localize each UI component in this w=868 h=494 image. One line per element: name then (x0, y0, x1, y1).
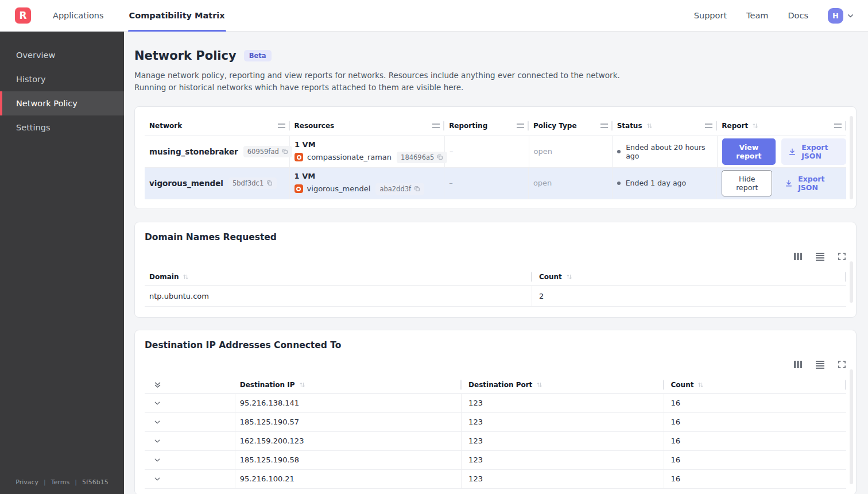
view-report-button[interactable]: View report (722, 138, 776, 165)
fullscreen-icon[interactable] (838, 360, 846, 369)
sort-icon[interactable] (752, 122, 758, 129)
column-label: Network (149, 122, 182, 130)
resources-cell: 1 VM compassionate_raman 184696a5 (290, 136, 445, 167)
row-expand-chevron-icon[interactable] (145, 394, 235, 412)
vertical-scrollbar[interactable] (850, 369, 853, 484)
sort-icon[interactable] (183, 273, 189, 280)
row-density-icon[interactable] (815, 252, 825, 261)
column-header-count[interactable]: Count (664, 377, 846, 393)
fullscreen-icon[interactable] (838, 252, 846, 261)
network-id-badge[interactable]: 60959fad (243, 146, 292, 157)
vertical-scrollbar[interactable] (850, 116, 853, 199)
row-expand-chevron-icon[interactable] (145, 413, 235, 431)
columns-view-icon[interactable] (793, 360, 803, 369)
column-header-status[interactable]: Status (613, 116, 718, 136)
destination-row[interactable]: 95.216.138.141 123 16 (145, 394, 846, 413)
column-resize-handle-icon[interactable] (432, 124, 440, 128)
column-resize-handle-icon[interactable] (278, 124, 285, 128)
policy-type-cell: open (529, 168, 613, 199)
chevron-down-icon (847, 12, 854, 20)
tab-applications[interactable]: Applications (52, 0, 105, 32)
sidebar-item-history[interactable]: History (0, 67, 124, 91)
sort-icon[interactable] (299, 381, 305, 388)
export-json-label: Export JSON (801, 143, 839, 160)
column-resize-handle-icon[interactable] (600, 124, 608, 128)
column-header-domain[interactable]: Domain (145, 269, 532, 285)
status-dot-icon (617, 182, 621, 185)
copy-icon[interactable] (437, 154, 443, 160)
terms-link[interactable]: Terms (51, 478, 69, 486)
column-label: Count (671, 381, 694, 389)
nav-link-support[interactable]: Support (694, 11, 727, 20)
export-json-label: Export JSON (798, 175, 839, 192)
row-expand-chevron-icon[interactable] (145, 451, 235, 469)
nav-link-team[interactable]: Team (746, 11, 768, 20)
domain-cell: ntp.ubuntu.com (145, 286, 532, 306)
top-navbar: R Applications Compatibility Matrix Supp… (0, 0, 868, 32)
main-content: Network Policy Beta Manage network polic… (124, 32, 868, 494)
status-dot-icon (617, 150, 621, 153)
copy-icon[interactable] (414, 186, 420, 192)
destination-row[interactable]: 185.125.190.57 123 16 (145, 413, 846, 432)
expand-all-icon[interactable] (145, 377, 235, 393)
ubuntu-os-icon (294, 184, 303, 193)
column-resize-handle-icon[interactable] (705, 124, 712, 128)
sidebar-item-overview[interactable]: Overview (0, 43, 124, 67)
sort-icon[interactable] (698, 381, 704, 388)
column-resize-handle-icon[interactable] (517, 124, 524, 128)
domain-row[interactable]: ntp.ubuntu.com 2 (145, 286, 846, 307)
resources-cell: 1 VM vigorous_mendel aba2dd3f (290, 168, 445, 199)
destination-row[interactable]: 162.159.200.123 123 16 (145, 432, 846, 451)
column-header-reporting[interactable]: Reporting (444, 116, 529, 136)
network-id-badge[interactable]: 5bdf3dc1 (228, 177, 277, 189)
footer-divider: | (44, 478, 46, 486)
resource-id-badge[interactable]: aba2dd3f (375, 183, 424, 195)
sidebar-nav: Overview History Network Policy Settings (0, 32, 124, 140)
row-density-icon[interactable] (815, 360, 825, 369)
tab-compatibility-matrix[interactable]: Compatibility Matrix (128, 0, 226, 32)
column-header-resources[interactable]: Resources (290, 116, 445, 136)
export-json-button[interactable]: Export JSON (781, 138, 846, 165)
download-icon (785, 179, 793, 187)
nav-link-docs[interactable]: Docs (788, 11, 808, 20)
sidebar-item-settings[interactable]: Settings (0, 115, 124, 140)
destination-port-cell: 123 (462, 451, 664, 469)
report-cell: View report Export JSON (718, 136, 846, 167)
destination-row[interactable]: 95.216.100.21 123 16 (145, 470, 846, 489)
sort-icon[interactable] (536, 381, 542, 388)
export-json-button[interactable]: Export JSON (778, 170, 846, 196)
logo-letter: R (19, 10, 26, 21)
columns-view-icon[interactable] (793, 252, 803, 261)
privacy-link[interactable]: Privacy (16, 478, 38, 486)
status-text: Ended about 20 hours ago (626, 143, 716, 160)
column-header-network[interactable]: Network (145, 116, 290, 136)
network-row[interactable]: vigorous_mendel 5bdf3dc1 1 VM vigorous_m… (145, 168, 846, 199)
domain-table-header: Domain Count (145, 269, 846, 286)
reporting-cell: – (445, 136, 529, 167)
column-header-report[interactable]: Report (717, 116, 846, 136)
network-row[interactable]: musing_stonebraker 60959fad 1 VM compass… (145, 136, 846, 168)
destination-card-title: Destination IP Addresses Connected To (145, 340, 846, 350)
destination-ip-cell: 185.125.190.58 (235, 451, 462, 469)
app-logo[interactable]: R (15, 7, 31, 24)
column-header-count[interactable]: Count (532, 269, 846, 285)
destination-row[interactable]: 185.125.190.58 123 16 (145, 451, 846, 470)
column-resize-handle-icon[interactable] (834, 124, 842, 128)
column-header-destination-ip[interactable]: Destination IP (235, 377, 462, 393)
sort-icon[interactable] (566, 273, 572, 280)
hide-report-button[interactable]: Hide report (722, 170, 772, 196)
copy-icon[interactable] (282, 148, 288, 155)
user-menu[interactable]: H (828, 8, 854, 24)
sidebar-footer: Privacy | Terms | 5f56b15 (0, 478, 124, 494)
sidebar-item-network-policy[interactable]: Network Policy (0, 91, 124, 115)
column-header-destination-port[interactable]: Destination Port (462, 377, 664, 393)
vertical-scrollbar[interactable] (850, 261, 853, 303)
page-description: Manage network policy, reporting and vie… (134, 70, 640, 94)
network-id: 5bdf3dc1 (232, 179, 264, 187)
column-header-policy-type[interactable]: Policy Type (529, 116, 613, 136)
resource-id-badge[interactable]: 184696a5 (397, 152, 447, 163)
sort-icon[interactable] (646, 122, 653, 129)
row-expand-chevron-icon[interactable] (145, 432, 235, 450)
copy-icon[interactable] (266, 180, 273, 186)
row-expand-chevron-icon[interactable] (145, 470, 235, 488)
